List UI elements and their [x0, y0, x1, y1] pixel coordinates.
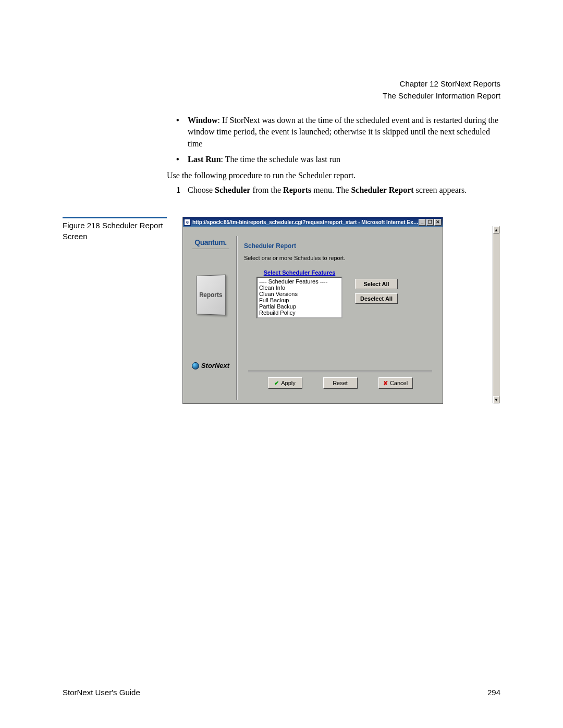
minimize-button[interactable]: _ [419, 219, 426, 226]
list-item[interactable]: Rebuild Policy [258, 310, 341, 316]
reports-label: Reports [199, 291, 222, 299]
panel-subtitle: Select one or more Schedules to report. [244, 255, 436, 261]
vertical-divider [236, 236, 238, 400]
ie-icon: e [184, 219, 191, 226]
check-icon: ✔ [274, 380, 279, 387]
body-text: Window: If StorNext was down at the time… [167, 115, 500, 196]
step-1: 1 Choose Scheduler from the Reports menu… [167, 184, 500, 196]
apply-button[interactable]: ✔ Apply [268, 377, 302, 389]
page-header: Chapter 12 StorNext Reports The Schedule… [383, 78, 500, 102]
cancel-label: Cancel [390, 380, 408, 386]
bullet-window: Window: If StorNext was down at the time… [167, 115, 500, 150]
titlebar[interactable]: e http://spock:85/tm-bin/reports_schedul… [183, 217, 443, 227]
list-item[interactable]: Clean Info [258, 285, 341, 291]
panel-title: Scheduler Report [244, 242, 436, 250]
stornext-text: StorNext [201, 362, 229, 369]
list-item[interactable]: Partial Backup [258, 303, 341, 310]
scroll-up-button[interactable]: ▲ [493, 226, 499, 233]
x-icon: ✘ [383, 380, 388, 387]
reset-label: Reset [333, 380, 348, 386]
footer-right: 294 [487, 688, 500, 697]
figure-caption: Figure 218 Scheduler Report Screen [63, 217, 167, 242]
section-line: The Scheduler Information Report [383, 90, 500, 102]
screenshot-window: e http://spock:85/tm-bin/reports_schedul… [182, 217, 443, 404]
page-footer: StorNext User's Guide 294 [63, 688, 500, 697]
chapter-line: Chapter 12 StorNext Reports [383, 78, 500, 90]
reports-card: Reports [196, 275, 226, 315]
scroll-down-button[interactable]: ▼ [493, 396, 499, 403]
scrollbar[interactable]: ▲ ▼ [493, 226, 500, 403]
reset-button[interactable]: Reset [323, 377, 358, 389]
list-item[interactable]: Clean Versions [258, 291, 341, 297]
restore-button[interactable]: ❐ [426, 219, 434, 226]
app-sidebar: Quantum. Reports StorNext [187, 233, 234, 403]
app-main: Scheduler Report Select one or more Sche… [242, 233, 438, 403]
select-all-button[interactable]: Select All [355, 279, 398, 289]
stornext-brand: StorNext [192, 362, 229, 369]
titlebar-url: http://spock:85/tm-bin/reports_scheduler… [192, 219, 419, 225]
list-item[interactable]: ---- Scheduler Features ---- [258, 278, 341, 285]
scheduler-features-listbox[interactable]: ---- Scheduler Features ---- Clean Info … [256, 277, 342, 318]
bullet-last-run: Last Run: The time the schedule was last… [167, 154, 500, 165]
intro-paragraph: Use the following procedure to run the S… [167, 170, 500, 181]
cancel-button[interactable]: ✘ Cancel [378, 377, 413, 389]
close-button[interactable]: ✕ [434, 219, 442, 226]
deselect-all-button[interactable]: Deselect All [355, 293, 398, 304]
list-item[interactable]: Full Backup [258, 297, 341, 303]
apply-label: Apply [281, 380, 296, 386]
globe-icon [192, 362, 199, 369]
divider [192, 249, 229, 249]
list-label: Select Scheduler Features [256, 269, 342, 276]
quantum-logo: Quantum. [194, 233, 226, 249]
footer-left: StorNext User's Guide [63, 688, 140, 697]
